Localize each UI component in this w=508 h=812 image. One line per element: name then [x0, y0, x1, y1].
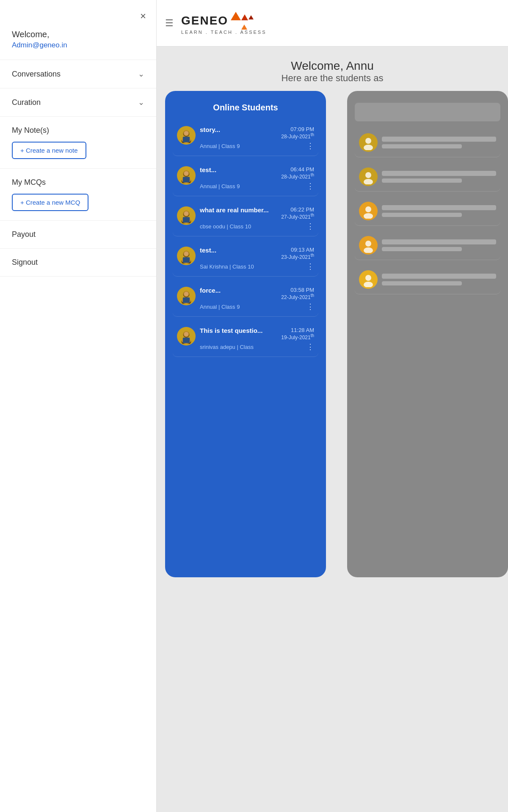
student-time: 11:28 AM — [281, 327, 314, 333]
student-item[interactable]: This is test questio... 11:28 AM 19-July… — [173, 322, 318, 357]
svg-rect-16 — [183, 217, 190, 222]
logo-triangles — [231, 12, 254, 30]
student-name: story... — [200, 126, 220, 133]
second-card-item-3 — [355, 197, 500, 226]
second-card-item-4 — [355, 231, 500, 260]
avatar — [177, 287, 196, 305]
more-options-icon[interactable]: ⋮ — [306, 181, 314, 191]
hamburger-icon[interactable]: ☰ — [165, 18, 174, 29]
svg-rect-34 — [183, 337, 190, 343]
sidebar-email: Admin@geneo.in — [12, 41, 144, 49]
top-bar: ☰ GENEO LEARN . TEACH . ASSESS — [157, 0, 508, 47]
student-info: force... 03:58 PM 22-July-2021th Annual … — [200, 287, 314, 311]
avatar-4 — [359, 236, 378, 255]
more-options-icon[interactable]: ⋮ — [306, 302, 314, 311]
student-info: what are real number... 06:22 PM 27-July… — [200, 206, 314, 231]
student-date: 22-July-2021th — [281, 293, 314, 300]
second-card-item-5 — [355, 265, 500, 294]
avatar — [177, 327, 196, 346]
svg-point-44 — [365, 275, 371, 281]
sidebar-item-conversations[interactable]: Conversations ⌄ — [0, 60, 156, 88]
svg-point-42 — [365, 241, 371, 247]
more-options-icon[interactable]: ⋮ — [306, 342, 314, 351]
student-class: Annual | Class 9 — [200, 304, 240, 310]
student-item[interactable]: force... 03:58 PM 22-July-2021th Annual … — [173, 282, 318, 317]
welcome-title: Welcome, Annu — [157, 59, 508, 73]
student-item[interactable]: story... 07:09 PM 28-July-2021th Annual … — [173, 121, 318, 156]
avatar-3 — [359, 202, 378, 220]
student-time: 03:58 PM — [281, 287, 314, 293]
svg-rect-28 — [183, 297, 190, 303]
chevron-down-icon-curation: ⌄ — [138, 98, 144, 107]
students-list: story... 07:09 PM 28-July-2021th Annual … — [173, 121, 318, 357]
notes-section: My Note(s) + Create a new note — [0, 117, 156, 169]
student-name: force... — [200, 287, 221, 294]
second-card — [347, 91, 508, 577]
more-options-icon[interactable]: ⋮ — [306, 222, 314, 231]
welcome-sub: Here are the students as — [157, 73, 508, 84]
logo-text: GENEO — [181, 14, 228, 27]
sidebar-welcome-text: Welcome, — [12, 30, 144, 39]
logo-tagline: LEARN . TEACH . ASSESS — [181, 30, 267, 35]
create-note-button[interactable]: + Create a new note — [12, 142, 86, 159]
conversations-label: Conversations — [12, 70, 61, 79]
avatar — [177, 206, 196, 225]
student-name: test... — [200, 166, 216, 173]
student-info: story... 07:09 PM 28-July-2021th Annual … — [200, 126, 314, 151]
svg-point-45 — [364, 282, 373, 287]
svg-rect-22 — [183, 257, 190, 263]
sidebar-item-signout[interactable]: Signout — [0, 249, 156, 277]
student-class: Sai Krishna | Class 10 — [200, 263, 254, 270]
student-info: This is test questio... 11:28 AM 19-July… — [200, 327, 314, 351]
svg-point-38 — [365, 172, 371, 178]
sidebar-item-curation[interactable]: Curation ⌄ — [0, 88, 156, 117]
svg-point-40 — [365, 206, 371, 212]
avatar — [177, 247, 196, 265]
sidebar-item-payout[interactable]: Payout — [0, 221, 156, 249]
avatar — [177, 166, 196, 185]
svg-point-36 — [365, 138, 371, 144]
notes-title: My Note(s) — [12, 126, 144, 135]
student-item[interactable]: what are real number... 06:22 PM 27-July… — [173, 201, 318, 236]
svg-point-35 — [184, 332, 188, 336]
student-name: This is test questio... — [200, 327, 262, 334]
student-info: test... 09:13 AM 23-July-2021th Sai Kris… — [200, 247, 314, 271]
svg-point-29 — [184, 292, 188, 296]
student-class: Annual | Class 9 — [200, 183, 240, 189]
student-date: 19-July-2021th — [281, 333, 314, 340]
student-date: 27-July-2021th — [281, 213, 314, 220]
student-class: cbse oodu | Class 10 — [200, 223, 251, 230]
avatar — [359, 133, 378, 152]
curation-label: Curation — [12, 98, 41, 107]
student-item[interactable]: test... 06:44 PM 28-July-2021th Annual |… — [173, 161, 318, 196]
chevron-down-icon-conversations: ⌄ — [138, 69, 144, 79]
student-name: test... — [200, 247, 216, 254]
svg-point-37 — [364, 145, 373, 150]
second-card-item — [355, 128, 500, 157]
online-students-card: Online Students story... — [165, 91, 326, 577]
student-item[interactable]: test... 09:13 AM 23-July-2021th Sai Kris… — [173, 241, 318, 277]
student-time: 07:09 PM — [281, 126, 314, 132]
svg-point-5 — [184, 131, 188, 135]
svg-rect-4 — [183, 137, 190, 142]
sidebar: × Welcome, Admin@geneo.in Conversations … — [0, 0, 157, 812]
online-students-title: Online Students — [173, 103, 318, 112]
student-class: Annual | Class 9 — [200, 143, 240, 149]
svg-rect-10 — [183, 177, 190, 182]
signout-label: Signout — [12, 258, 38, 266]
close-button[interactable]: × — [140, 10, 146, 22]
more-options-icon[interactable]: ⋮ — [306, 141, 314, 151]
student-class: srinivas adepu | Class — [200, 344, 254, 350]
svg-point-23 — [184, 252, 188, 256]
student-time: 06:22 PM — [281, 206, 314, 213]
avatar-2 — [359, 167, 378, 186]
svg-point-11 — [184, 171, 188, 176]
more-options-icon[interactable]: ⋮ — [306, 262, 314, 271]
svg-point-17 — [184, 211, 188, 216]
mcqs-title: My MCQs — [12, 178, 144, 187]
student-time: 09:13 AM — [281, 247, 314, 253]
student-time: 06:44 PM — [281, 166, 314, 173]
second-card-item-2 — [355, 162, 500, 192]
create-mcq-button[interactable]: + Create a new MCQ — [12, 194, 88, 211]
mcqs-section: My MCQs + Create a new MCQ — [0, 169, 156, 221]
